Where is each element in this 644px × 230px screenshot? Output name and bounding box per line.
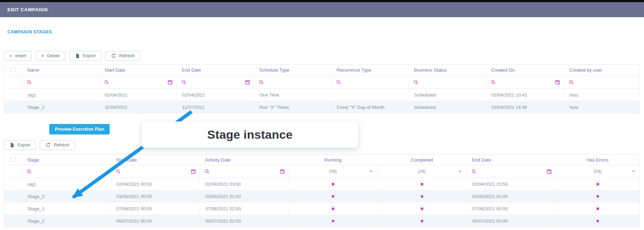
- running-checkbox[interactable]: [330, 194, 336, 199]
- has-errors-checkbox[interactable]: [595, 218, 600, 224]
- filter-start-date-input[interactable]: [111, 169, 199, 174]
- column-header-completed[interactable]: Completed: [378, 155, 466, 165]
- filter-running-value: (All): [329, 169, 337, 174]
- page-title: EDIT CAMPAIGN: [7, 7, 48, 12]
- search-icon: [27, 169, 32, 174]
- search-icon: [471, 169, 476, 174]
- stages-toolbar: + Insert × Delete Export Refresh: [4, 51, 140, 61]
- completed-checkbox[interactable]: [419, 206, 425, 211]
- filter-completed-value: (All): [418, 169, 426, 174]
- refresh-button[interactable]: Refresh: [105, 51, 140, 61]
- cell-activity-date: 02/04/2021 03:00: [200, 178, 289, 190]
- running-checkbox[interactable]: [330, 182, 336, 187]
- column-header-running[interactable]: Running: [289, 155, 378, 165]
- cell-recurrence-type: Every "X" Day of Month: [331, 101, 408, 113]
- filter-business-status-input[interactable]: [408, 80, 485, 85]
- cell-stage: Stage_2: [22, 215, 111, 227]
- cell-created-by-user: host: [564, 89, 640, 101]
- filter-start-date-input[interactable]: [99, 80, 176, 85]
- completed-checkbox[interactable]: [419, 194, 425, 199]
- refresh-icon: [111, 53, 116, 59]
- filter-created-on-input[interactable]: [486, 80, 564, 85]
- instance-row[interactable]: Stage_2 03/05/2021 00:00 03/05/2021 02:0…: [4, 190, 640, 203]
- column-header-start-date[interactable]: Start Date: [111, 155, 200, 165]
- filter-running-select[interactable]: (All): [289, 169, 377, 174]
- stage-row[interactable]: stg1 02/04/2021 02/04/2021 One Time Sche…: [4, 89, 640, 101]
- insert-button[interactable]: + Insert: [4, 51, 32, 61]
- filter-has-errors-value: (All): [594, 169, 601, 174]
- edit-campaign-screen: EDIT CAMPAIGN CAMPAIGN STAGES + Insert ×…: [0, 0, 644, 230]
- filter-created-by-user-input[interactable]: [564, 80, 640, 85]
- cell-created-on: 02/04/2021 14:39: [486, 101, 564, 113]
- preview-execution-plan-button[interactable]: Preview Execution Plan: [49, 124, 110, 134]
- completed-checkbox[interactable]: [419, 218, 425, 224]
- filter-end-date-input[interactable]: [466, 169, 555, 174]
- instance-row[interactable]: Stage_2 05/07/2021 00:00 05/07/2021 02:0…: [4, 215, 640, 227]
- filter-activity-date-input[interactable]: [200, 169, 288, 174]
- cell-start-date: 11/04/2021: [99, 101, 176, 113]
- cell-stage: Stage_2: [22, 203, 111, 215]
- filter-end-date-input[interactable]: [176, 80, 253, 85]
- select-all-checkbox[interactable]: [11, 67, 15, 72]
- title-bar: EDIT CAMPAIGN: [0, 2, 644, 17]
- filter-name-input[interactable]: [22, 80, 99, 85]
- column-header-created-on[interactable]: Created On: [486, 65, 564, 76]
- column-header-stage[interactable]: Stage: [22, 155, 111, 165]
- search-icon: [413, 80, 418, 85]
- running-checkbox[interactable]: [330, 206, 336, 211]
- export-button-label: Export: [83, 53, 96, 58]
- cell-end-date: 05/07/2021 00:00: [466, 215, 555, 227]
- filter-recurrence-type-input[interactable]: [331, 80, 408, 85]
- column-header-end-date[interactable]: End Date: [466, 155, 555, 165]
- filter-has-errors-select[interactable]: (All): [555, 169, 640, 174]
- column-header-business-status[interactable]: Business Status: [408, 65, 486, 76]
- cell-start-date: 03/05/2021 00:00: [111, 190, 200, 203]
- column-header-activity-date[interactable]: Activity Date: [200, 155, 289, 165]
- instances-filter-row: (All) (All) (All): [4, 165, 640, 178]
- calendar-icon[interactable]: [168, 80, 173, 85]
- instance-row[interactable]: Stage_2 07/06/2021 00:00 07/06/2021 02:0…: [4, 203, 640, 215]
- calendar-icon[interactable]: [245, 80, 250, 85]
- cell-end-date: 02/04/2021 23:59: [466, 178, 555, 190]
- has-errors-checkbox[interactable]: [595, 206, 600, 211]
- has-errors-checkbox[interactable]: [595, 194, 600, 199]
- cell-activity-date: 07/06/2021 02:00: [200, 203, 289, 215]
- instance-row[interactable]: stg1 02/04/2021 00:00 02/04/2021 03:00 0…: [4, 178, 640, 190]
- cell-schedule-type: One Time: [254, 89, 331, 101]
- filter-completed-select[interactable]: (All): [378, 169, 466, 174]
- column-header-start-date[interactable]: Start Date: [99, 65, 176, 76]
- running-checkbox[interactable]: [330, 218, 336, 224]
- chevron-down-icon: [369, 171, 372, 172]
- column-header-has-errors[interactable]: Has Errors: [555, 155, 640, 165]
- filter-schedule-type-input[interactable]: [254, 80, 331, 85]
- chevron-down-icon: [632, 171, 635, 172]
- calendar-icon[interactable]: [555, 80, 560, 85]
- completed-checkbox[interactable]: [419, 182, 425, 187]
- cell-stage: stg1: [22, 178, 111, 190]
- insert-button-label: Insert: [15, 53, 26, 58]
- select-all-checkbox[interactable]: [11, 157, 15, 162]
- filter-stage-input[interactable]: [22, 169, 110, 174]
- column-header-end-date[interactable]: End Date: [176, 65, 254, 76]
- export-button[interactable]: Export: [69, 51, 101, 61]
- stages-header-row: Name Start Date End Date Schedule Type R…: [4, 65, 640, 76]
- column-header-schedule-type[interactable]: Schedule Type: [254, 65, 331, 76]
- calendar-icon[interactable]: [547, 169, 552, 174]
- refresh-button[interactable]: Refresh: [40, 140, 75, 150]
- search-icon: [491, 80, 496, 85]
- cell-start-date: 07/06/2021 00:00: [111, 203, 200, 215]
- has-errors-checkbox[interactable]: [595, 182, 600, 187]
- delete-button[interactable]: × Delete: [36, 51, 65, 61]
- refresh-button-label: Refresh: [119, 53, 135, 58]
- cell-stage: Stage_2: [22, 190, 111, 203]
- search-icon: [104, 80, 109, 85]
- calendar-icon[interactable]: [191, 169, 196, 174]
- calendar-icon[interactable]: [280, 169, 285, 174]
- column-header-created-by-user[interactable]: Created by user: [564, 65, 640, 76]
- column-header-recurrence-type[interactable]: Recurrence Type: [331, 65, 408, 76]
- instances-header-row: Stage Start Date Activity Date Running C…: [4, 155, 640, 165]
- search-icon: [336, 80, 341, 85]
- export-button[interactable]: Export: [4, 140, 36, 150]
- column-header-name[interactable]: Name: [22, 65, 99, 76]
- stage-row[interactable]: Stage_2 11/04/2021 11/07/2021 Run "X" Ti…: [4, 101, 640, 113]
